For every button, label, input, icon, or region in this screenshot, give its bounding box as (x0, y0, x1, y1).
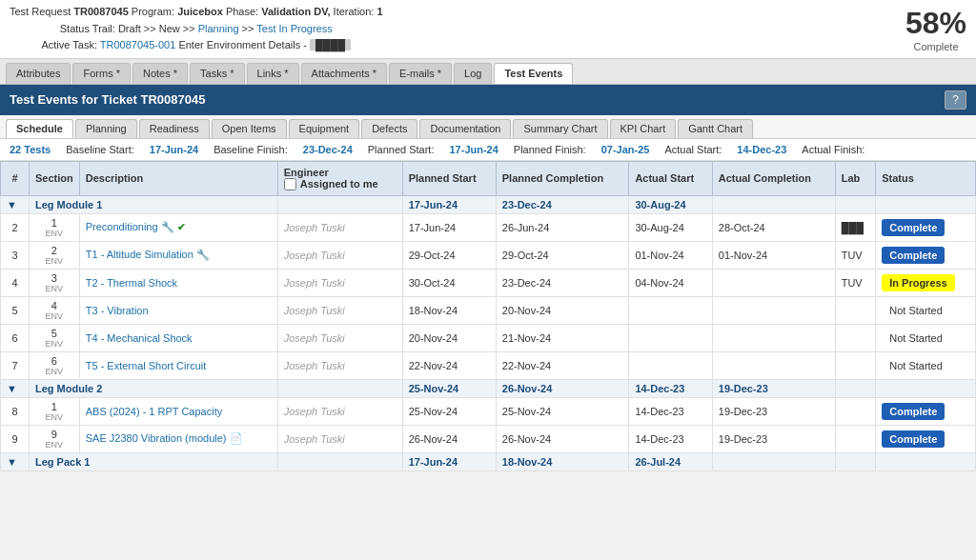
help-button[interactable]: ? (945, 90, 966, 110)
tab-forms[interactable]: Forms * (72, 63, 131, 84)
group-planned-finish: 23-Dec-24 (496, 195, 629, 213)
description-link[interactable]: SAE J2380 Vibration (module) (86, 432, 227, 444)
env-label: ENV (35, 284, 73, 293)
tab-notes[interactable]: Notes * (132, 63, 188, 84)
baseline-start-label: Baseline Start: (66, 144, 134, 155)
description-link[interactable]: T4 - Mechanical Shock (86, 332, 193, 344)
description-link[interactable]: Preconditioning (86, 221, 158, 232)
tab-emails[interactable]: E-mails * (389, 63, 452, 84)
row-lab (835, 425, 876, 452)
row-number: 6 (1, 324, 30, 351)
col-engineer: Engineer Assigned to me (277, 161, 402, 195)
iteration-label: Iteration: (334, 6, 377, 17)
row-planned-completion: 23-Dec-24 (496, 269, 629, 296)
tool-icon: 🔧 (196, 249, 210, 260)
col-actual-start: Actual Start (629, 161, 712, 195)
inner-tab-defects[interactable]: Defects (361, 119, 417, 138)
status-trail-label: Status Trail: Draft >> New >> (60, 23, 198, 34)
tab-tasks[interactable]: Tasks * (190, 63, 244, 84)
phase: Validation DV, (261, 6, 330, 17)
phase-label: Phase: (226, 6, 261, 17)
inner-tab-equipment[interactable]: Equipment (289, 119, 360, 138)
env-label: ENV (35, 367, 73, 376)
group-name[interactable]: Leg Module 2 (30, 379, 278, 397)
description-link[interactable]: T3 - Vibration (86, 305, 149, 316)
group-planned-finish: 26-Nov-24 (496, 379, 629, 397)
inner-tab-documentation[interactable]: Documentation (419, 119, 511, 138)
row-status: Complete (876, 397, 976, 425)
group-actual-start: 30-Aug-24 (629, 195, 712, 213)
tab-attachments[interactable]: Attachments * (301, 63, 387, 84)
tab-attributes[interactable]: Attributes (6, 63, 71, 84)
row-section: 1 ENV (30, 397, 80, 425)
inner-tab-schedule[interactable]: Schedule (6, 119, 73, 138)
inner-tab-summary-chart[interactable]: Summary Chart (513, 119, 607, 138)
ticket-id: TR0087045 (73, 6, 129, 17)
stats-row: 22 Tests Baseline Start: 17-Jun-24 Basel… (0, 139, 976, 161)
status-planning-link[interactable]: Planning (198, 23, 239, 34)
status-badge: Complete (882, 219, 945, 236)
row-engineer: Joseph Tuski (277, 324, 402, 351)
group-name[interactable]: Leg Pack 1 (30, 452, 278, 470)
actual-start-label: Actual Start: (664, 144, 722, 155)
row-lab: ███ (835, 213, 876, 241)
group-row: ▼ Leg Pack 1 17-Jun-24 18-Nov-24 26-Jul-… (1, 452, 976, 470)
inner-tab-open-items[interactable]: Open Items (212, 119, 287, 138)
row-lab: TUV (835, 269, 876, 296)
col-lab: Lab (835, 161, 876, 195)
group-planned-start: 25-Nov-24 (402, 379, 496, 397)
row-actual-completion: 01-Nov-24 (712, 241, 835, 269)
group-expand-icon[interactable]: ▼ (1, 379, 30, 397)
row-section: 2 ENV (30, 241, 80, 269)
group-engineer-cell (277, 195, 402, 213)
status-test-in-progress-link[interactable]: Test In Progress (256, 23, 332, 34)
col-planned-start: Planned Start (402, 161, 496, 195)
inner-tab-gantt-chart[interactable]: Gantt Chart (678, 119, 753, 138)
row-actual-start: 14-Dec-23 (629, 425, 712, 452)
completion-block: 58% Complete (905, 6, 966, 52)
group-name[interactable]: Leg Module 1 (30, 195, 278, 213)
active-task-link[interactable]: TR0087045-001 (100, 39, 176, 50)
row-planned-completion: 29-Oct-24 (496, 241, 629, 269)
row-engineer: Joseph Tuski (277, 241, 402, 269)
tab-test-events[interactable]: Test Events (494, 63, 573, 84)
inner-tab-planning[interactable]: Planning (75, 119, 137, 138)
baseline-start: 17-Jun-24 (150, 144, 198, 155)
actual-finish-label: Actual Finish: (802, 144, 864, 155)
row-actual-completion (712, 351, 835, 379)
inner-tab-kpi-chart[interactable]: KPI Chart (610, 119, 677, 138)
row-engineer: Joseph Tuski (277, 213, 402, 241)
row-lab (835, 324, 876, 351)
assigned-to-me-checkbox[interactable] (284, 178, 296, 190)
group-expand-icon[interactable]: ▼ (1, 195, 30, 213)
group-row: ▼ Leg Module 1 17-Jun-24 23-Dec-24 30-Au… (1, 195, 976, 213)
description-link[interactable]: T2 - Thermal Shock (86, 277, 177, 289)
row-section: 6 ENV (30, 351, 80, 379)
description-link[interactable]: T1 - Altitude Simulation (86, 249, 193, 260)
description-link[interactable]: T5 - External Short Circuit (86, 360, 207, 371)
row-planned-start: 29-Oct-24 (402, 241, 496, 269)
inner-tab-readiness[interactable]: Readiness (139, 119, 210, 138)
group-status (876, 379, 976, 397)
row-planned-completion: 26-Jun-24 (496, 213, 629, 241)
completion-label: Complete (905, 41, 966, 52)
row-actual-completion (712, 296, 835, 324)
baseline-finish-label: Baseline Finish: (214, 144, 288, 155)
program-label: Program: (132, 6, 177, 17)
group-lab (835, 452, 876, 470)
planned-start: 17-Jun-24 (449, 144, 498, 155)
group-expand-icon[interactable]: ▼ (1, 452, 30, 470)
table-row: 7 6 ENV T5 - External Short Circuit Jose… (1, 351, 976, 379)
row-actual-completion: 19-Dec-23 (712, 425, 835, 452)
tab-log[interactable]: Log (454, 63, 492, 84)
row-engineer: Joseph Tuski (277, 397, 402, 425)
group-actual-start: 14-Dec-23 (629, 379, 712, 397)
status-badge: Complete (882, 403, 945, 420)
group-status (876, 195, 976, 213)
header-info: Test Request TR0087045 Program: Juicebox… (10, 4, 383, 54)
row-engineer: Joseph Tuski (277, 351, 402, 379)
row-number: 9 (1, 425, 30, 452)
tab-links[interactable]: Links * (247, 63, 299, 84)
row-status: Complete (876, 213, 976, 241)
description-link[interactable]: ABS (2024) - 1 RPT Capacity (86, 406, 222, 417)
